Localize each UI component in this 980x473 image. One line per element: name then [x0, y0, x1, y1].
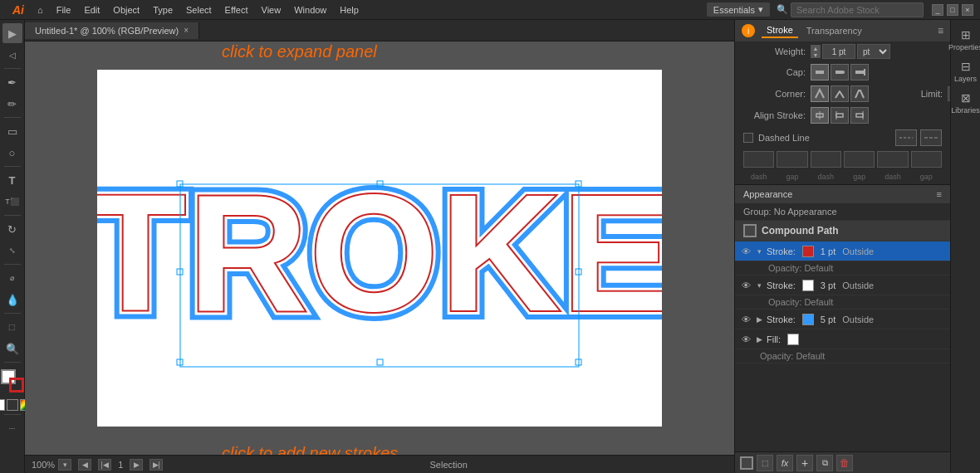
menu-view[interactable]: View [256, 3, 287, 17]
transparency-tab[interactable]: Transparency [801, 24, 867, 37]
ellipse-tool[interactable]: ○ [2, 143, 22, 163]
layers-panel-btn[interactable]: ⊟ Layers [953, 56, 979, 86]
new-art-basic-appearance-btn[interactable]: ⬚ [757, 455, 773, 471]
appearance-menu-btn[interactable]: ≡ [937, 189, 942, 199]
dash-field-2[interactable] [811, 151, 841, 168]
expand-icon-3[interactable]: ▶ [755, 315, 763, 324]
bevel-join-btn[interactable] [850, 85, 869, 102]
duplicate-item-btn[interactable]: ⧉ [816, 455, 833, 471]
area-type-tool[interactable]: T⬛ [2, 192, 22, 212]
stroke-panel-tab[interactable]: Stroke [762, 23, 798, 38]
first-artboard-btn[interactable]: |◀ [98, 459, 111, 471]
gap-field-2[interactable] [844, 151, 875, 168]
eye-icon-2[interactable]: 👁 [740, 280, 752, 291]
white-swatch[interactable] [0, 399, 5, 411]
expand-icon-2[interactable]: ▾ [755, 281, 763, 290]
delete-item-btn[interactable]: 🗑 [836, 455, 853, 471]
search-input[interactable] [791, 2, 924, 17]
projecting-cap-btn[interactable] [850, 64, 869, 80]
zoom-tool[interactable]: 🔍 [2, 339, 22, 358]
butt-cap-btn[interactable] [811, 64, 829, 80]
weight-input[interactable] [822, 44, 855, 59]
menu-object[interactable]: Object [107, 3, 145, 17]
last-artboard-btn[interactable]: ▶| [149, 459, 163, 471]
dash-style-1-btn[interactable] [895, 129, 917, 146]
pencil-tool[interactable]: ✏ [2, 94, 22, 114]
align-center-btn[interactable] [811, 107, 829, 124]
weight-up-btn[interactable]: ▲ [811, 45, 821, 51]
eye-icon-fill[interactable]: 👁 [740, 334, 752, 345]
toolbar-separator-5 [4, 264, 21, 265]
eyedropper-tool[interactable]: 💧 [2, 290, 22, 310]
properties-panel-btn[interactable]: ⊞ Properties [953, 25, 979, 55]
align-stroke-label: Align Stroke: [743, 110, 806, 120]
align-outside-btn[interactable] [850, 107, 869, 124]
menu-type[interactable]: Type [147, 3, 179, 17]
maximize-btn[interactable]: □ [947, 4, 958, 16]
weight-unit-select[interactable]: pt px mm [857, 44, 890, 59]
close-btn[interactable]: × [962, 4, 973, 16]
direct-select-tool[interactable]: ◁ [2, 45, 22, 65]
round-cap-btn[interactable] [831, 64, 849, 80]
stroke-panel-menu-btn[interactable]: ≡ [938, 25, 943, 37]
expand-icon-1[interactable]: ▾ [755, 247, 763, 256]
menu-edit[interactable]: Edit [78, 3, 105, 17]
black-swatch[interactable] [7, 399, 18, 411]
prev-artboard-btn[interactable]: ◀ [78, 459, 91, 471]
type-tool[interactable]: T [2, 170, 22, 190]
minimize-btn[interactable]: _ [932, 4, 943, 16]
miter-join-btn[interactable] [811, 85, 829, 102]
selection-tool[interactable]: ▶ [2, 23, 22, 43]
stroke-1-color[interactable] [802, 246, 814, 257]
document-tab[interactable]: Untitled-1* @ 100% (RGB/Preview) × [25, 22, 199, 39]
home-btn[interactable]: ⌂ [32, 3, 49, 17]
canvas-area[interactable]: STROKES STROKES STROKES STROKES [25, 41, 734, 455]
rotate-tool[interactable]: ↻ [2, 219, 22, 239]
weight-spinner[interactable]: ▲ ▼ [811, 45, 821, 58]
more-tools[interactable]: ··· [2, 418, 22, 438]
artboard-tool[interactable]: ⬚ [2, 317, 22, 337]
dash-field-1[interactable] [743, 151, 774, 168]
round-join-btn[interactable] [831, 85, 849, 102]
rectangle-tool[interactable]: ▭ [2, 121, 22, 141]
libraries-panel-btn[interactable]: ⊠ Libraries [953, 88, 979, 118]
stroke-3-color[interactable] [802, 314, 814, 325]
blend-tool[interactable]: ⌀ [2, 268, 22, 288]
appearance-stroke-2[interactable]: 👁 ▾ Stroke: 3 pt Outside [735, 276, 950, 295]
dash-field-3[interactable] [877, 151, 908, 168]
dash-style-2-btn[interactable] [920, 129, 942, 146]
pen-tool[interactable]: ✒ [2, 72, 22, 92]
add-new-effect-btn[interactable]: + [796, 455, 813, 471]
align-inside-btn[interactable] [831, 107, 849, 124]
appearance-stroke-3[interactable]: 👁 ▶ Stroke: 5 pt Outside [735, 310, 950, 329]
eye-icon-1[interactable]: 👁 [740, 246, 752, 257]
menu-effect[interactable]: Effect [219, 3, 254, 17]
weight-down-btn[interactable]: ▼ [811, 51, 821, 58]
toolbar-separator [4, 68, 21, 69]
eye-icon-3[interactable]: 👁 [740, 314, 752, 325]
fx-btn[interactable]: fx [777, 455, 793, 471]
scale-tool[interactable]: ⤡ [2, 241, 22, 261]
menu-window[interactable]: Window [288, 3, 332, 17]
annotation-expand-panel: click to expand panel [222, 41, 377, 62]
artboard-number: 1 [118, 460, 123, 470]
menu-select[interactable]: Select [180, 3, 218, 17]
stroke-color[interactable] [9, 378, 24, 393]
close-tab-btn[interactable]: × [184, 26, 189, 35]
gap-field-3[interactable] [911, 151, 942, 168]
gap-field-1[interactable] [777, 151, 807, 168]
color-selector[interactable] [1, 369, 24, 393]
menu-file[interactable]: File [51, 3, 77, 17]
expand-icon-fill[interactable]: ▶ [755, 335, 763, 344]
dashed-line-checkbox[interactable] [743, 133, 753, 143]
appearance-swatch [740, 456, 753, 470]
fill-color[interactable] [787, 334, 799, 345]
appearance-stroke-1[interactable]: 👁 ▾ Stroke: 1 pt Outside [735, 241, 950, 261]
menu-help[interactable]: Help [334, 3, 365, 17]
layers-label: Layers [954, 75, 977, 83]
zoom-dropdown[interactable]: ▾ [58, 459, 71, 471]
next-artboard-btn[interactable]: ▶ [130, 459, 143, 471]
stroke-2-color[interactable] [802, 280, 814, 291]
appearance-fill[interactable]: 👁 ▶ Fill: [735, 329, 950, 349]
workspace-selector[interactable]: Essentials ▾ [707, 2, 770, 17]
